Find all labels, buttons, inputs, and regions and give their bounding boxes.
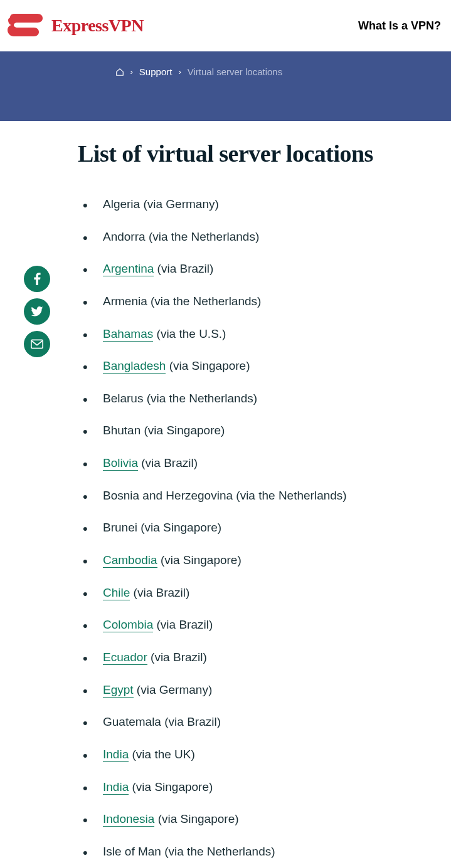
list-item: Brunei (via Singapore) — [78, 520, 438, 536]
share-twitter-button[interactable] — [24, 298, 50, 325]
list-item: Bahamas (via the U.S.) — [78, 326, 438, 342]
list-item: Argentina (via Brazil) — [78, 261, 438, 277]
location-link[interactable]: Bangladesh — [103, 359, 166, 374]
location-via: (via the Netherlands) — [143, 392, 257, 405]
location-name: Isle of Man — [103, 845, 161, 858]
social-share-rail — [24, 266, 50, 357]
location-name: Algeria — [103, 197, 140, 211]
location-via: (via the UK) — [129, 748, 195, 761]
location-name: Armenia — [103, 295, 147, 308]
location-link[interactable]: Argentina — [103, 262, 154, 276]
email-icon — [31, 339, 43, 349]
main-content: List of virtual server locations Algeria… — [0, 121, 451, 859]
location-name: Belarus — [103, 392, 143, 405]
brand-logo[interactable]: ExpressVPN — [6, 11, 144, 40]
share-email-button[interactable] — [24, 331, 50, 357]
location-name: Bosnia and Herzegovina — [103, 489, 233, 502]
location-via: (via Singapore) — [141, 424, 225, 437]
location-link[interactable]: Chile — [103, 586, 130, 600]
location-via: (via the Netherlands) — [146, 230, 260, 243]
location-via: (via Brazil) — [161, 715, 221, 728]
breadcrumb: › Support › Virtual server locations — [38, 66, 414, 77]
svg-rect-0 — [31, 340, 43, 348]
list-item: Belarus (via the Netherlands) — [78, 390, 438, 407]
list-item: Cambodia (via Singapore) — [78, 552, 438, 568]
breadcrumb-bar: › Support › Virtual server locations — [0, 51, 451, 121]
location-link[interactable]: Colombia — [103, 618, 153, 632]
location-via: (via Singapore) — [157, 553, 241, 567]
list-item: Andorra (via the Netherlands) — [78, 229, 438, 245]
location-via: (via the U.S.) — [153, 327, 226, 340]
location-via: (via Germany) — [134, 683, 213, 696]
location-via: (via Singapore) — [154, 812, 238, 825]
list-item: Indonesia (via Singapore) — [78, 811, 438, 827]
location-link[interactable]: Cambodia — [103, 553, 157, 568]
site-header: ExpressVPN What Is a VPN? — [0, 0, 451, 51]
location-via: (via the Netherlands) — [233, 489, 347, 502]
location-link[interactable]: India — [103, 748, 129, 762]
location-via: (via the Netherlands) — [147, 295, 262, 308]
location-link[interactable]: Indonesia — [103, 812, 154, 827]
twitter-icon — [31, 306, 43, 316]
location-link[interactable]: India — [103, 780, 129, 795]
location-name: Brunei — [103, 521, 137, 534]
location-via: (via Brazil) — [130, 586, 189, 599]
list-item: Isle of Man (via the Netherlands) — [78, 844, 438, 860]
locations-list: Algeria (via Germany)Andorra (via the Ne… — [78, 196, 438, 859]
location-via: (via Germany) — [140, 197, 219, 211]
list-item: Bangladesh (via Singapore) — [78, 358, 438, 374]
location-via: (via Brazil) — [138, 456, 198, 469]
location-link[interactable]: Bolivia — [103, 456, 138, 471]
location-via: (via Brazil) — [147, 651, 207, 664]
list-item: India (via Singapore) — [78, 779, 438, 795]
list-item: Chile (via Brazil) — [78, 585, 438, 601]
list-item: Egypt (via Germany) — [78, 682, 438, 698]
list-item: Bolivia (via Brazil) — [78, 455, 438, 471]
location-link[interactable]: Bahamas — [103, 327, 153, 342]
brand-name: ExpressVPN — [51, 16, 144, 36]
location-via: (via Singapore) — [137, 521, 221, 534]
list-item: Bosnia and Herzegovina (via the Netherla… — [78, 488, 438, 504]
location-name: Bhutan — [103, 424, 141, 437]
breadcrumb-current: Virtual server locations — [188, 66, 282, 77]
breadcrumb-support[interactable]: Support — [139, 66, 172, 77]
page-title: List of virtual server locations — [78, 140, 438, 167]
list-item: Bhutan (via Singapore) — [78, 422, 438, 439]
list-item: Ecuador (via Brazil) — [78, 649, 438, 666]
location-via: (via Brazil) — [153, 618, 213, 631]
location-link[interactable]: Egypt — [103, 683, 134, 698]
breadcrumb-separator: › — [178, 67, 181, 76]
location-name: Andorra — [103, 230, 146, 243]
expressvpn-logo-icon — [6, 11, 44, 40]
list-item: Algeria (via Germany) — [78, 196, 438, 212]
location-link[interactable]: Ecuador — [103, 651, 147, 665]
home-icon[interactable] — [115, 68, 124, 76]
breadcrumb-separator: › — [130, 67, 133, 76]
location-via: (via the Netherlands) — [161, 845, 275, 858]
nav-what-is-vpn[interactable]: What Is a VPN? — [358, 19, 445, 33]
list-item: Armenia (via the Netherlands) — [78, 293, 438, 310]
share-facebook-button[interactable] — [24, 266, 50, 292]
location-via: (via Singapore) — [129, 780, 213, 793]
location-via: (via Singapore) — [166, 359, 250, 372]
location-name: Guatemala — [103, 715, 161, 728]
location-via: (via Brazil) — [154, 262, 213, 275]
list-item: Colombia (via Brazil) — [78, 617, 438, 633]
list-item: Guatemala (via Brazil) — [78, 714, 438, 730]
facebook-icon — [33, 273, 41, 285]
list-item: India (via the UK) — [78, 746, 438, 763]
